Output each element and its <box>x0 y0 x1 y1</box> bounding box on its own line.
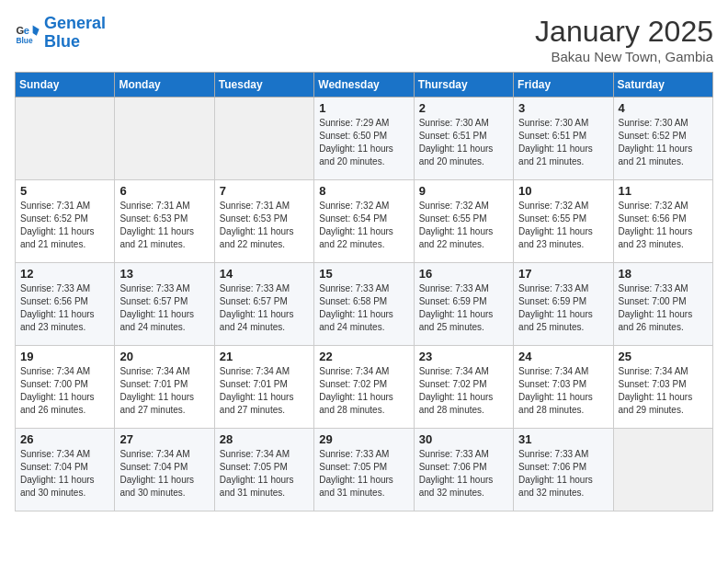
day-info: Sunrise: 7:34 AMSunset: 7:04 PMDaylight:… <box>20 448 109 500</box>
day-cell <box>16 98 115 180</box>
day-number: 11 <box>619 184 708 198</box>
day-number: 26 <box>20 432 109 446</box>
day-cell: 6Sunrise: 7:31 AMSunset: 6:53 PMDaylight… <box>115 180 214 263</box>
logo-icon: G e Blue <box>15 20 40 46</box>
day-info: Sunrise: 7:33 AMSunset: 7:06 PMDaylight:… <box>518 448 608 500</box>
day-number: 16 <box>419 267 508 281</box>
day-info: Sunrise: 7:33 AMSunset: 6:58 PMDaylight:… <box>319 282 408 334</box>
calendar-header-row: SundayMondayTuesdayWednesdayThursdayFrid… <box>16 73 713 98</box>
day-info: Sunrise: 7:32 AMSunset: 6:55 PMDaylight:… <box>419 200 508 251</box>
day-number: 21 <box>220 350 309 363</box>
day-cell: 24Sunrise: 7:34 AMSunset: 7:03 PMDayligh… <box>514 346 613 429</box>
day-info: Sunrise: 7:31 AMSunset: 6:53 PMDaylight:… <box>220 200 309 251</box>
day-number: 27 <box>119 432 209 446</box>
header-thursday: Thursday <box>414 73 513 98</box>
day-cell: 3Sunrise: 7:30 AMSunset: 6:51 PMDaylight… <box>514 98 613 180</box>
svg-text:G: G <box>16 25 24 36</box>
day-number: 9 <box>419 184 508 198</box>
calendar-title: January 2025 <box>535 15 713 49</box>
day-cell: 1Sunrise: 7:29 AMSunset: 6:50 PMDaylight… <box>314 98 414 180</box>
day-cell: 7Sunrise: 7:31 AMSunset: 6:53 PMDaylight… <box>214 180 313 263</box>
title-block: January 2025 Bakau New Town, Gambia <box>535 15 713 64</box>
day-number: 20 <box>119 350 209 363</box>
day-info: Sunrise: 7:32 AMSunset: 6:56 PMDaylight:… <box>619 200 708 251</box>
day-info: Sunrise: 7:32 AMSunset: 6:54 PMDaylight:… <box>319 200 408 251</box>
day-cell <box>115 98 214 180</box>
day-info: Sunrise: 7:34 AMSunset: 7:04 PMDaylight:… <box>119 448 209 500</box>
day-number: 7 <box>220 184 309 198</box>
day-cell: 19Sunrise: 7:34 AMSunset: 7:00 PMDayligh… <box>16 346 115 429</box>
day-info: Sunrise: 7:32 AMSunset: 6:55 PMDaylight:… <box>518 200 608 251</box>
day-cell <box>613 429 712 511</box>
logo: G e Blue General Blue <box>15 15 106 52</box>
week-row-2: 5Sunrise: 7:31 AMSunset: 6:52 PMDaylight… <box>16 180 713 263</box>
day-cell: 11Sunrise: 7:32 AMSunset: 6:56 PMDayligh… <box>613 180 712 263</box>
day-info: Sunrise: 7:33 AMSunset: 6:56 PMDaylight:… <box>20 282 109 334</box>
day-info: Sunrise: 7:34 AMSunset: 7:05 PMDaylight:… <box>220 448 309 500</box>
svg-text:Blue: Blue <box>16 36 32 45</box>
svg-text:e: e <box>24 25 29 36</box>
day-cell: 27Sunrise: 7:34 AMSunset: 7:04 PMDayligh… <box>115 429 214 511</box>
day-number: 30 <box>419 432 508 446</box>
page-header: G e Blue General Blue January 2025 Bakau… <box>15 15 713 64</box>
day-number: 10 <box>518 184 608 198</box>
day-cell: 21Sunrise: 7:34 AMSunset: 7:01 PMDayligh… <box>214 346 313 429</box>
day-number: 8 <box>319 184 408 198</box>
day-info: Sunrise: 7:34 AMSunset: 7:03 PMDaylight:… <box>518 365 608 417</box>
day-cell: 10Sunrise: 7:32 AMSunset: 6:55 PMDayligh… <box>514 180 613 263</box>
day-number: 1 <box>319 101 408 115</box>
day-info: Sunrise: 7:30 AMSunset: 6:51 PMDaylight:… <box>518 117 608 168</box>
day-info: Sunrise: 7:34 AMSunset: 7:00 PMDaylight:… <box>20 365 109 417</box>
header-friday: Friday <box>514 73 613 98</box>
day-cell: 20Sunrise: 7:34 AMSunset: 7:01 PMDayligh… <box>115 346 214 429</box>
day-number: 17 <box>518 267 608 281</box>
day-info: Sunrise: 7:30 AMSunset: 6:52 PMDaylight:… <box>619 117 708 168</box>
header-sunday: Sunday <box>16 73 115 98</box>
day-cell: 25Sunrise: 7:34 AMSunset: 7:03 PMDayligh… <box>613 346 712 429</box>
day-cell: 29Sunrise: 7:33 AMSunset: 7:05 PMDayligh… <box>314 429 414 511</box>
day-cell: 18Sunrise: 7:33 AMSunset: 7:00 PMDayligh… <box>613 263 712 346</box>
day-info: Sunrise: 7:33 AMSunset: 7:06 PMDaylight:… <box>419 448 508 500</box>
day-number: 18 <box>619 267 708 281</box>
week-row-1: 1Sunrise: 7:29 AMSunset: 6:50 PMDaylight… <box>16 98 713 180</box>
day-number: 4 <box>619 101 708 115</box>
day-cell: 31Sunrise: 7:33 AMSunset: 7:06 PMDayligh… <box>514 429 613 511</box>
day-cell: 12Sunrise: 7:33 AMSunset: 6:56 PMDayligh… <box>16 263 115 346</box>
week-row-4: 19Sunrise: 7:34 AMSunset: 7:00 PMDayligh… <box>16 346 713 429</box>
day-number: 24 <box>518 350 608 363</box>
logo-subtext: Blue <box>44 33 106 52</box>
day-cell: 22Sunrise: 7:34 AMSunset: 7:02 PMDayligh… <box>314 346 414 429</box>
day-number: 23 <box>419 350 508 363</box>
header-tuesday: Tuesday <box>214 73 313 98</box>
day-number: 31 <box>518 432 608 446</box>
day-info: Sunrise: 7:34 AMSunset: 7:02 PMDaylight:… <box>319 365 408 417</box>
day-cell: 14Sunrise: 7:33 AMSunset: 6:57 PMDayligh… <box>214 263 313 346</box>
day-info: Sunrise: 7:30 AMSunset: 6:51 PMDaylight:… <box>419 117 508 168</box>
day-number: 19 <box>20 350 109 363</box>
day-cell: 17Sunrise: 7:33 AMSunset: 6:59 PMDayligh… <box>514 263 613 346</box>
day-info: Sunrise: 7:33 AMSunset: 6:59 PMDaylight:… <box>518 282 608 334</box>
day-number: 15 <box>319 267 408 281</box>
day-info: Sunrise: 7:33 AMSunset: 6:57 PMDaylight:… <box>119 282 209 334</box>
day-cell <box>214 98 313 180</box>
day-number: 5 <box>20 184 109 198</box>
header-monday: Monday <box>115 73 214 98</box>
day-number: 2 <box>419 101 508 115</box>
day-cell: 30Sunrise: 7:33 AMSunset: 7:06 PMDayligh… <box>414 429 513 511</box>
day-cell: 28Sunrise: 7:34 AMSunset: 7:05 PMDayligh… <box>214 429 313 511</box>
day-info: Sunrise: 7:31 AMSunset: 6:53 PMDaylight:… <box>119 200 209 251</box>
day-number: 13 <box>119 267 209 281</box>
day-info: Sunrise: 7:33 AMSunset: 6:59 PMDaylight:… <box>419 282 508 334</box>
week-row-3: 12Sunrise: 7:33 AMSunset: 6:56 PMDayligh… <box>16 263 713 346</box>
calendar-subtitle: Bakau New Town, Gambia <box>535 49 713 64</box>
header-saturday: Saturday <box>613 73 712 98</box>
day-cell: 8Sunrise: 7:32 AMSunset: 6:54 PMDaylight… <box>314 180 414 263</box>
day-number: 29 <box>319 432 408 446</box>
day-cell: 2Sunrise: 7:30 AMSunset: 6:51 PMDaylight… <box>414 98 513 180</box>
day-info: Sunrise: 7:33 AMSunset: 7:05 PMDaylight:… <box>319 448 408 500</box>
day-cell: 9Sunrise: 7:32 AMSunset: 6:55 PMDaylight… <box>414 180 513 263</box>
day-info: Sunrise: 7:34 AMSunset: 7:01 PMDaylight:… <box>220 365 309 417</box>
day-cell: 4Sunrise: 7:30 AMSunset: 6:52 PMDaylight… <box>613 98 712 180</box>
header-wednesday: Wednesday <box>314 73 414 98</box>
day-info: Sunrise: 7:34 AMSunset: 7:03 PMDaylight:… <box>619 365 708 417</box>
